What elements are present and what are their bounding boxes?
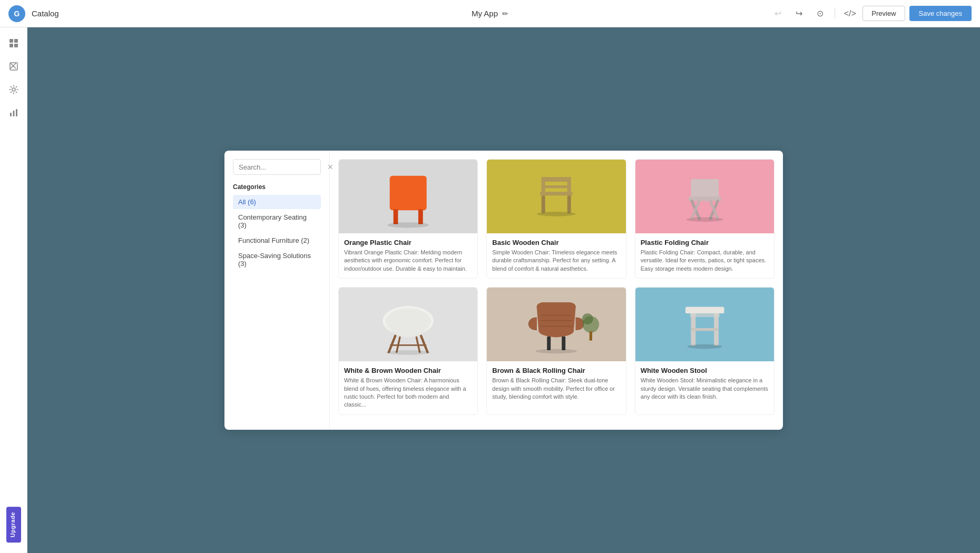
edit-app-name-icon[interactable]: ✏ xyxy=(502,9,508,18)
redo-button[interactable]: ↪ xyxy=(790,5,807,22)
product-image-rolling-chair xyxy=(487,288,625,361)
sidebar-settings-icon[interactable] xyxy=(4,80,23,99)
main-layout: Upgrade ✕ Categories All (6) Contemporar… xyxy=(0,27,980,553)
svg-rect-3 xyxy=(14,44,18,47)
svg-rect-21 xyxy=(542,195,545,213)
svg-rect-13 xyxy=(418,210,423,224)
svg-rect-56 xyxy=(690,313,719,317)
svg-rect-11 xyxy=(390,176,427,189)
product-info-white-brown-chair: White & Brown Wooden Chair White & Brown… xyxy=(339,361,477,414)
undo-button[interactable]: ↩ xyxy=(769,5,786,22)
app-logo[interactable]: G xyxy=(8,5,25,22)
product-desc-white-brown-chair: White & Brown Wooden Chair: A harmonious… xyxy=(344,377,472,409)
topbar-divider xyxy=(835,8,835,19)
product-image-white-brown-chair xyxy=(339,288,477,361)
product-desc-wooden-chair: Simple Wooden Chair: Timeless elegance m… xyxy=(492,249,620,273)
svg-rect-54 xyxy=(691,328,719,331)
product-name-stool: White Wooden Stool xyxy=(641,367,769,374)
svg-rect-12 xyxy=(394,210,398,224)
product-desc-folding-chair: Plastic Folding Chair: Compact, durable,… xyxy=(641,249,769,273)
svg-rect-7 xyxy=(13,111,14,116)
svg-rect-55 xyxy=(685,307,724,313)
svg-rect-8 xyxy=(16,109,17,116)
sidebar-grid-icon[interactable] xyxy=(4,34,23,53)
product-name-orange-chair: Orange Plastic Chair xyxy=(344,239,472,246)
svg-rect-19 xyxy=(542,177,571,182)
category-all[interactable]: All (6) xyxy=(233,195,321,209)
product-info-orange-chair: Orange Plastic Chair Vibrant Orange Plas… xyxy=(339,233,477,278)
preview-button[interactable]: Preview xyxy=(863,6,905,21)
product-info-wooden-chair: Basic Wooden Chair Simple Wooden Chair: … xyxy=(487,233,625,278)
svg-point-39 xyxy=(386,350,430,355)
product-image-folding-chair xyxy=(635,160,774,233)
sidebar-analytics-icon[interactable] xyxy=(4,103,23,122)
product-card-folding-chair[interactable]: Plastic Folding Chair Plastic Folding Ch… xyxy=(635,159,775,279)
product-image-orange-chair xyxy=(339,160,477,233)
svg-point-5 xyxy=(12,88,15,91)
product-name-wooden-chair: Basic Wooden Chair xyxy=(492,239,620,246)
svg-point-23 xyxy=(537,212,576,216)
upgrade-button[interactable]: Upgrade xyxy=(6,507,21,542)
svg-rect-6 xyxy=(10,113,12,116)
svg-rect-1 xyxy=(14,39,18,43)
product-card-rolling-chair[interactable]: Brown & Black Rolling Chair Brown & Blac… xyxy=(486,287,626,415)
product-image-stool xyxy=(635,288,774,361)
history-button[interactable]: ⊙ xyxy=(811,5,828,22)
svg-point-49 xyxy=(536,349,577,354)
product-desc-rolling-chair: Brown & Black Rolling Chair: Sleek dual-… xyxy=(492,377,620,401)
svg-rect-0 xyxy=(9,39,13,43)
svg-rect-44 xyxy=(547,337,551,350)
product-image-wooden-chair xyxy=(487,160,625,233)
canvas-area: ✕ Categories All (6) Contemporary Seatin… xyxy=(27,27,980,553)
svg-rect-48 xyxy=(590,331,592,341)
left-sidebar: Upgrade xyxy=(0,27,27,553)
product-card-stool[interactable]: White Wooden Stool White Wooden Stool: M… xyxy=(635,287,775,415)
product-desc-orange-chair: Vibrant Orange Plastic Chair: Melding mo… xyxy=(344,249,472,273)
product-card-white-brown-chair[interactable]: White & Brown Wooden Chair White & Brown… xyxy=(338,287,478,415)
product-card-wooden-chair[interactable]: Basic Wooden Chair Simple Wooden Chair: … xyxy=(486,159,626,279)
svg-rect-50 xyxy=(649,288,760,361)
topbar-center: My App ✏ xyxy=(472,9,508,18)
product-card-orange-chair[interactable]: Orange Plastic Chair Vibrant Orange Plas… xyxy=(338,159,478,279)
category-contemporary[interactable]: Contemporary Seating (3) xyxy=(233,210,321,232)
topbar: G Catalog My App ✏ ↩ ↪ ⊙ </> Preview Sav… xyxy=(0,0,980,27)
products-grid: Orange Plastic Chair Vibrant Orange Plas… xyxy=(330,151,783,430)
sidebar-bottom: Upgrade xyxy=(6,507,21,547)
svg-rect-45 xyxy=(562,337,565,350)
svg-rect-2 xyxy=(9,44,13,47)
svg-rect-22 xyxy=(567,195,571,213)
svg-rect-15 xyxy=(501,160,612,233)
svg-point-57 xyxy=(687,344,722,349)
search-box[interactable]: ✕ xyxy=(233,159,321,175)
svg-rect-25 xyxy=(691,179,719,197)
sidebar-widget-icon[interactable] xyxy=(4,57,23,76)
svg-rect-10 xyxy=(390,185,427,210)
product-info-rolling-chair: Brown & Black Rolling Chair Brown & Blac… xyxy=(487,361,625,406)
section-title: Catalog xyxy=(32,9,59,18)
category-functional[interactable]: Functional Furniture (2) xyxy=(233,233,321,248)
search-input[interactable] xyxy=(239,163,327,171)
topbar-right: ↩ ↪ ⊙ </> Preview Save changes xyxy=(769,5,972,22)
svg-point-47 xyxy=(582,313,593,324)
app-name-label: My App xyxy=(472,9,498,18)
product-info-stool: White Wooden Stool White Wooden Stool: M… xyxy=(635,361,774,406)
product-name-white-brown-chair: White & Brown Wooden Chair xyxy=(344,367,472,374)
product-info-folding-chair: Plastic Folding Chair Plastic Folding Ch… xyxy=(635,233,774,278)
filter-panel: ✕ Categories All (6) Contemporary Seatin… xyxy=(224,151,330,430)
svg-point-14 xyxy=(387,222,429,228)
svg-rect-20 xyxy=(542,185,571,188)
svg-point-31 xyxy=(686,217,723,222)
code-button[interactable]: </> xyxy=(841,5,858,22)
svg-rect-26 xyxy=(689,196,721,201)
categories-label: Categories xyxy=(233,183,321,191)
save-changes-button[interactable]: Save changes xyxy=(909,6,972,21)
category-space-saving[interactable]: Space-Saving Solutions (3) xyxy=(233,249,321,271)
product-name-folding-chair: Plastic Folding Chair xyxy=(641,239,769,246)
product-desc-stool: White Wooden Stool: Minimalistic eleganc… xyxy=(641,377,769,401)
product-name-rolling-chair: Brown & Black Rolling Chair xyxy=(492,367,620,374)
catalog-widget: ✕ Categories All (6) Contemporary Seatin… xyxy=(224,151,783,430)
